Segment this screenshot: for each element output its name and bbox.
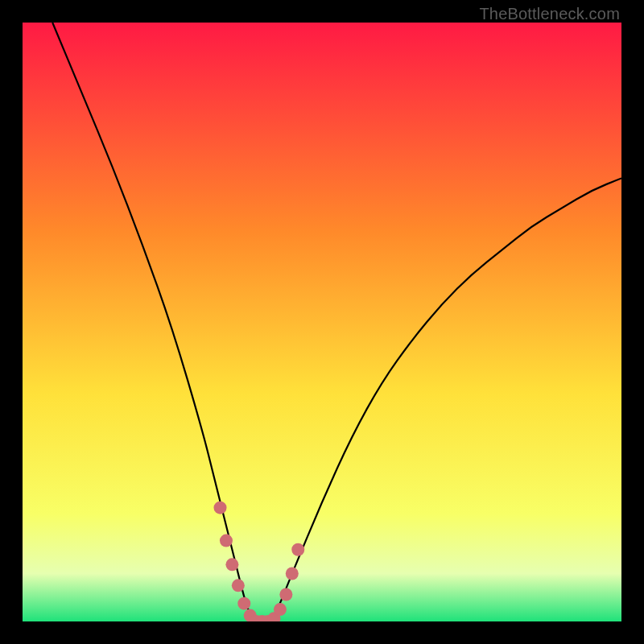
dot-marker	[286, 567, 299, 580]
curve-layer	[23, 23, 621, 621]
dot-marker	[237, 597, 250, 610]
dot-marker	[220, 535, 233, 547]
watermark-text: TheBottleneck.com	[479, 5, 620, 23]
plot-area	[23, 23, 621, 621]
dot-marker	[225, 558, 238, 571]
dot-marker	[274, 603, 287, 616]
chart-stage: TheBottleneck.com	[0, 0, 644, 644]
curve-dot-markers	[214, 502, 305, 621]
bottleneck-curve	[52, 23, 621, 621]
dot-marker	[291, 543, 304, 556]
dot-marker	[214, 502, 227, 514]
dot-marker	[232, 579, 245, 592]
dot-marker	[279, 588, 292, 601]
